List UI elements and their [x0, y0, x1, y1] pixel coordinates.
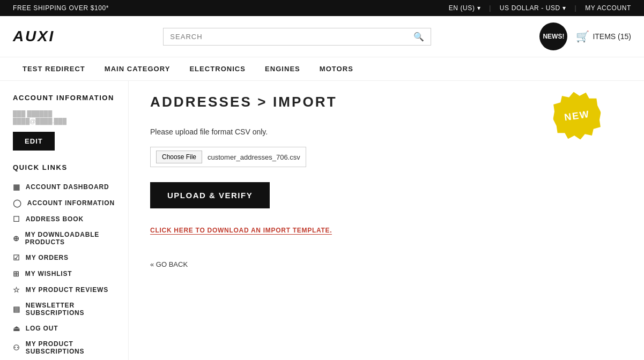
sidebar-link-label: ACCOUNT INFORMATION: [27, 199, 115, 207]
subscriptions-icon: ⚇: [13, 343, 20, 352]
sidebar-link-label: NEWSLETTER SUBSCRIPTIONS: [26, 302, 115, 317]
sidebar-item-orders[interactable]: ☑ MY ORDERS: [13, 250, 115, 266]
orders-icon: ☑: [13, 253, 20, 262]
file-input-row: Choose File customer_addresses_706.csv: [150, 147, 623, 167]
page-title: ADDRESSES > IMPORT: [150, 94, 623, 110]
search-icon[interactable]: 🔍: [413, 32, 424, 42]
sidebar-link-label: LOG OUT: [26, 325, 58, 332]
my-account-link[interactable]: MY ACCOUNT: [585, 4, 631, 12]
news-badge[interactable]: NEWS!: [539, 22, 567, 50]
main-nav: TEST REDIRECT MAIN CATEGORY ELECTRONICS …: [0, 57, 644, 81]
sidebar-link-label: MY PRODUCT REVIEWS: [26, 286, 108, 294]
nav-item-engines[interactable]: ENGINES: [255, 57, 310, 80]
file-name: customer_addresses_706.csv: [208, 153, 300, 161]
go-back-link[interactable]: « GO BACK: [150, 260, 623, 268]
sidebar-link-label: MY PRODUCT SUBSCRIPTIONS: [26, 340, 115, 355]
address-icon: ☐: [13, 215, 20, 223]
sidebar-link-label: ADDRESS BOOK: [26, 215, 84, 223]
cart-items-label: ITEMS (15): [593, 32, 631, 41]
import-template-link[interactable]: CLICK HERE TO DOWNLOAD AN IMPORT TEMPLAT…: [150, 227, 332, 235]
language-selector[interactable]: EN (US) ▾: [449, 4, 480, 12]
sidebar-item-account-dashboard[interactable]: ▦ ACCOUNT DASHBOARD: [13, 179, 115, 195]
sidebar: ACCOUNT INFORMATION ███ ██████ ████@████…: [0, 81, 129, 360]
sidebar-link-label: MY ORDERS: [26, 254, 69, 261]
account-info-title: ACCOUNT INFORMATION: [13, 94, 115, 102]
wishlist-icon: ⊞: [13, 269, 20, 278]
search-input[interactable]: [170, 33, 413, 41]
sidebar-item-product-reviews[interactable]: ☆ MY PRODUCT REVIEWS: [13, 282, 115, 298]
currency-label: US DOLLAR - USD: [500, 4, 560, 12]
sidebar-item-newsletter[interactable]: ▤ NEWSLETTER SUBSCRIPTIONS: [13, 298, 115, 320]
upload-description: Please upload file format CSV only.: [150, 128, 623, 136]
cart-icon: 🛒: [576, 30, 589, 43]
dashboard-icon: ▦: [13, 183, 20, 191]
sidebar-link-label: MY DOWNLOADABLE PRODUCTS: [25, 231, 115, 246]
sidebar-item-product-subscriptions[interactable]: ⚇ MY PRODUCT SUBSCRIPTIONS: [13, 336, 115, 359]
header-right: NEWS! 🛒 ITEMS (15): [539, 22, 631, 50]
user-email: ████@████.███: [13, 118, 115, 124]
currency-selector[interactable]: US DOLLAR - USD ▾: [500, 4, 566, 12]
sidebar-link-label: ACCOUNT DASHBOARD: [26, 183, 109, 191]
main-layout: ACCOUNT INFORMATION ███ ██████ ████@████…: [0, 81, 644, 360]
file-input-wrapper[interactable]: Choose File customer_addresses_706.csv: [150, 147, 306, 167]
nav-item-test-redirect[interactable]: TEST REDIRECT: [13, 57, 95, 80]
logout-icon: ⏏: [13, 324, 20, 333]
language-chevron: ▾: [477, 4, 481, 12]
sidebar-item-address-book[interactable]: ☐ ADDRESS BOOK: [13, 211, 115, 227]
sidebar-item-wishlist[interactable]: ⊞ MY WISHLIST: [13, 266, 115, 282]
nav-item-electronics[interactable]: ELECTRONICS: [180, 57, 255, 80]
currency-chevron: ▾: [562, 4, 566, 12]
top-bar-right: EN (US) ▾ | US DOLLAR - USD ▾ | MY ACCOU…: [449, 4, 631, 12]
upload-verify-button[interactable]: UPLOAD & VERIFY: [150, 182, 270, 208]
edit-button[interactable]: EDIT: [13, 132, 55, 151]
language-label: EN (US): [449, 4, 475, 12]
quick-links-title: QUICK LINKS: [13, 163, 115, 171]
new-badge-container: NEW: [553, 92, 601, 140]
nav-item-main-category[interactable]: MAIN CATEGORY: [95, 57, 180, 80]
reviews-icon: ☆: [13, 286, 20, 294]
sidebar-item-account-information[interactable]: ◯ ACCOUNT INFORMATION: [13, 195, 115, 211]
quick-links-list: ▦ ACCOUNT DASHBOARD ◯ ACCOUNT INFORMATIO…: [13, 179, 115, 360]
search-bar[interactable]: 🔍: [163, 28, 431, 46]
nav-item-motors[interactable]: MOTORS: [310, 57, 363, 80]
my-account-label: MY ACCOUNT: [585, 4, 631, 12]
newsletter-icon: ▤: [13, 305, 20, 313]
header: AUXI 🔍 NEWS! 🛒 ITEMS (15): [0, 16, 644, 57]
choose-file-button[interactable]: Choose File: [156, 151, 202, 163]
shipping-text: FREE SHIPPING OVER $100*: [13, 4, 109, 12]
account-icon: ◯: [13, 199, 22, 207]
cart-area[interactable]: 🛒 ITEMS (15): [576, 30, 631, 43]
sidebar-link-label: MY WISHLIST: [25, 270, 72, 278]
content-area: NEW ADDRESSES > IMPORT Please upload fil…: [129, 81, 644, 360]
top-bar: FREE SHIPPING OVER $100* EN (US) ▾ | US …: [0, 0, 644, 16]
new-badge: NEW: [550, 88, 604, 143]
download-icon: ⊕: [13, 234, 20, 243]
user-name: ███ ██████: [13, 110, 115, 117]
sidebar-item-downloadable-products[interactable]: ⊕ MY DOWNLOADABLE PRODUCTS: [13, 227, 115, 250]
sidebar-item-logout[interactable]: ⏏ LOG OUT: [13, 320, 115, 336]
logo[interactable]: AUXI: [13, 28, 55, 45]
